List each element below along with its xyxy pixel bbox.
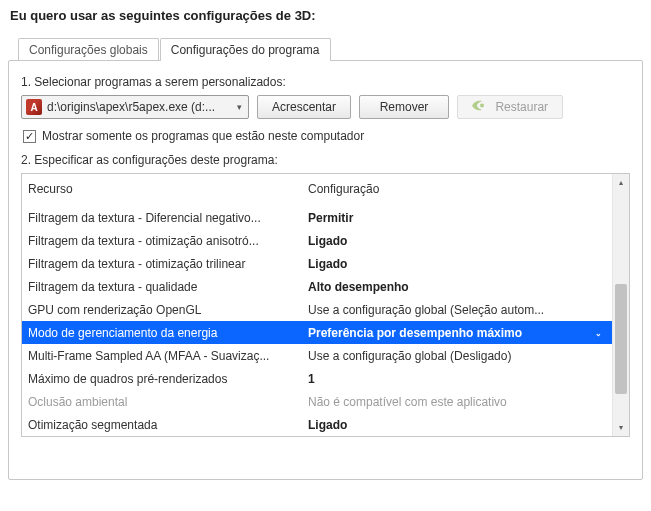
row-feature: Máximo de quadros pré-renderizados xyxy=(28,372,308,386)
row-feature: GPU com renderização OpenGL xyxy=(28,303,308,317)
program-select-row: A d:\origins\apex\r5apex.exe (d:... ▾ Ac… xyxy=(21,95,630,119)
table-rows: Filtragem da textura - Diferencial negat… xyxy=(22,206,612,436)
scroll-down-icon[interactable]: ▾ xyxy=(613,419,629,436)
chevron-down-icon: ▾ xyxy=(237,102,242,112)
app-icon: A xyxy=(26,99,42,115)
chevron-down-icon: ⌄ xyxy=(595,328,602,337)
scroll-up-icon[interactable]: ▴ xyxy=(613,174,629,191)
row-feature: Filtragem da textura - otimização anisot… xyxy=(28,234,308,248)
row-feature: Otimização segmentada xyxy=(28,418,308,432)
table-row[interactable]: Filtragem da textura - otimização anisot… xyxy=(22,229,612,252)
step2-label: 2. Especificar as configurações deste pr… xyxy=(21,153,630,167)
remove-button[interactable]: Remover xyxy=(359,95,449,119)
row-feature: Filtragem da textura - qualidade xyxy=(28,280,308,294)
program-select-text: d:\origins\apex\r5apex.exe (d:... xyxy=(47,100,215,114)
program-select[interactable]: A d:\origins\apex\r5apex.exe (d:... ▾ xyxy=(21,95,249,119)
row-feature: Oclusão ambiental xyxy=(28,395,308,409)
row-feature: Filtragem da textura - otimização trilin… xyxy=(28,257,308,271)
row-feature: Filtragem da textura - Diferencial negat… xyxy=(28,211,308,225)
row-setting: Use a configuração global (Seleção autom… xyxy=(308,303,606,317)
row-setting: Permitir xyxy=(308,211,606,225)
row-setting: 1 xyxy=(308,372,606,386)
row-setting[interactable]: Preferência por desempenho máximo⌄ xyxy=(308,326,606,340)
table-row[interactable]: Filtragem da textura - otimização trilin… xyxy=(22,252,612,275)
show-only-local-checkbox[interactable]: ✓ xyxy=(23,130,36,143)
tab-program[interactable]: Configurações do programa xyxy=(160,38,331,61)
table-row[interactable]: Oclusão ambientalNão é compatível com es… xyxy=(22,390,612,413)
show-only-local-label: Mostrar somente os programas que estão n… xyxy=(42,129,364,143)
table-row[interactable]: Filtragem da textura - Diferencial negat… xyxy=(22,206,612,229)
table-row[interactable]: Otimização segmentadaLigado xyxy=(22,413,612,436)
table-header: Recurso Configuração xyxy=(22,174,612,206)
row-setting: Ligado xyxy=(308,257,606,271)
row-feature: Multi-Frame Sampled AA (MFAA - Suavizaç.… xyxy=(28,349,308,363)
scrollbar[interactable]: ▴ ▾ xyxy=(612,174,629,436)
row-setting: Ligado xyxy=(308,418,606,432)
settings-table: Recurso Configuração Filtragem da textur… xyxy=(21,173,630,437)
add-button[interactable]: Acrescentar xyxy=(257,95,351,119)
scroll-track[interactable] xyxy=(613,191,629,419)
restore-button: Restaurar xyxy=(457,95,563,119)
table-row[interactable]: Modo de gerenciamento da energiaPreferên… xyxy=(22,321,612,344)
tab-bar: Configurações globais Configurações do p… xyxy=(18,37,643,60)
table-row[interactable]: Multi-Frame Sampled AA (MFAA - Suavizaç.… xyxy=(22,344,612,367)
header-setting: Configuração xyxy=(308,182,606,196)
panel-program-settings: 1. Selecionar programas a serem personal… xyxy=(8,60,643,480)
row-setting: Não é compatível com este aplicativo xyxy=(308,395,606,409)
show-only-local-checkbox-row: ✓ Mostrar somente os programas que estão… xyxy=(23,129,630,143)
row-setting: Alto desempenho xyxy=(308,280,606,294)
settings-table-body: Recurso Configuração Filtragem da textur… xyxy=(22,174,612,436)
table-row[interactable]: GPU com renderização OpenGLUse a configu… xyxy=(22,298,612,321)
table-row[interactable]: Filtragem da textura - qualidadeAlto des… xyxy=(22,275,612,298)
tab-global[interactable]: Configurações globais xyxy=(18,38,159,61)
step1-label: 1. Selecionar programas a serem personal… xyxy=(21,75,630,89)
row-setting: Ligado xyxy=(308,234,606,248)
page-title: Eu quero usar as seguintes configurações… xyxy=(10,8,643,23)
header-feature: Recurso xyxy=(28,182,308,196)
table-row[interactable]: Máximo de quadros pré-renderizados1 xyxy=(22,367,612,390)
row-setting: Use a configuração global (Desligado) xyxy=(308,349,606,363)
nvidia-icon xyxy=(472,100,488,111)
scroll-thumb[interactable] xyxy=(615,284,627,393)
restore-button-label: Restaurar xyxy=(495,100,548,114)
row-feature: Modo de gerenciamento da energia xyxy=(28,326,308,340)
